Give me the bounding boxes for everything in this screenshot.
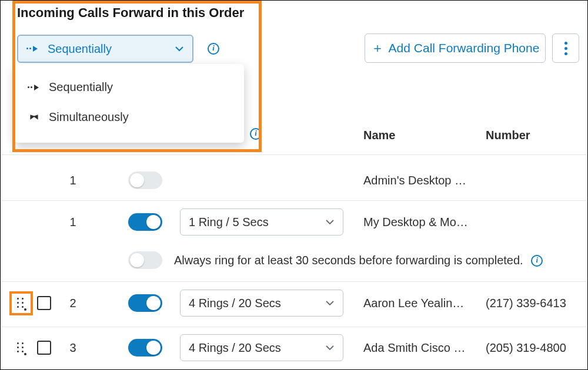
active-toggle[interactable] [128,213,162,231]
active-toggle[interactable] [128,171,162,189]
always-ring-text: Always ring for at least 30 seconds befo… [174,254,543,267]
active-toggle[interactable] [128,294,162,312]
table-row: 1 Admin's Desktop … [1,169,587,192]
forwarding-mode-select[interactable]: Sequentially [17,35,193,63]
ring-duration-select[interactable]: 4 Rings / 20 Secs [180,290,343,317]
column-header-number: Number [486,129,530,142]
sequential-icon [28,83,41,92]
drag-dot [24,353,26,355]
dropdown-option-sequentially[interactable]: Sequentially [15,72,244,102]
chevron-down-icon [325,217,335,227]
add-button-label: Add Call Forwarding Phone [389,41,540,55]
ring-duration-select[interactable]: 4 Rings / 20 Secs [180,334,343,361]
simultaneous-icon [28,113,41,122]
plus-icon: ＋ [371,39,384,57]
row-checkbox[interactable] [37,341,51,355]
forwarding-mode-dropdown: Sequentially Simultaneously [15,64,244,143]
table-row: 2 4 Rings / 20 Secs Aaron Lee Yealin… (2… [1,291,587,315]
divider [1,154,587,155]
dropdown-option-simultaneously[interactable]: Simultaneously [15,102,244,132]
row-number: (217) 339-6413 [486,297,580,310]
add-call-forwarding-button[interactable]: ＋ Add Call Forwarding Phone [365,33,546,63]
row-number: (205) 319-4800 [486,341,580,355]
table-row: 3 4 Rings / 20 Secs Ada Smith Cisco … (2… [1,335,587,360]
ring-duration-value: 1 Ring / 5 Secs [189,216,269,229]
page-frame: Incoming Calls Forward in this Order Seq… [0,0,588,370]
dropdown-option-label: Sequentially [49,80,113,94]
table-row: 1 1 Ring / 5 Secs My Desktop & Mo… [1,210,587,234]
divider [1,281,587,282]
drag-dot [24,308,26,311]
divider [1,200,587,201]
info-icon[interactable] [208,43,219,55]
order-value: 1 [64,216,82,229]
info-icon[interactable] [531,255,543,267]
row-name: Admin's Desktop … [363,174,475,187]
active-toggle[interactable] [128,339,162,356]
drag-handle[interactable] [14,295,29,311]
always-ring-toggle[interactable] [128,251,162,269]
ring-duration-value: 4 Rings / 20 Secs [189,341,281,355]
divider [1,327,587,327]
row-name: Ada Smith Cisco … [363,341,475,355]
ring-duration-select[interactable]: 1 Ring / 5 Secs [180,208,343,236]
ring-duration-value: 4 Rings / 20 Secs [189,297,281,310]
always-ring-row: Always ring for at least 30 seconds befo… [1,248,587,272]
info-icon[interactable] [250,128,262,140]
order-value: 3 [64,341,82,355]
row-name: My Desktop & Mo… [363,216,475,229]
drag-icon [17,342,25,353]
order-value: 1 [64,174,82,187]
chevron-down-icon [325,343,335,352]
more-actions-button[interactable] [552,33,579,63]
chevron-down-icon [325,298,335,308]
kebab-icon [564,47,567,50]
row-checkbox[interactable] [37,296,51,310]
column-header-name: Name [363,129,395,142]
row-name: Aaron Lee Yealin… [363,297,475,310]
section-heading: Incoming Calls Forward in this Order [17,5,244,21]
drag-handle[interactable] [14,340,29,355]
sequential-icon [26,45,39,53]
drag-icon [17,298,25,308]
chevron-down-icon [175,44,184,53]
dropdown-option-label: Simultaneously [49,110,129,124]
forwarding-mode-value: Sequentially [48,42,112,56]
order-value: 2 [64,297,82,310]
